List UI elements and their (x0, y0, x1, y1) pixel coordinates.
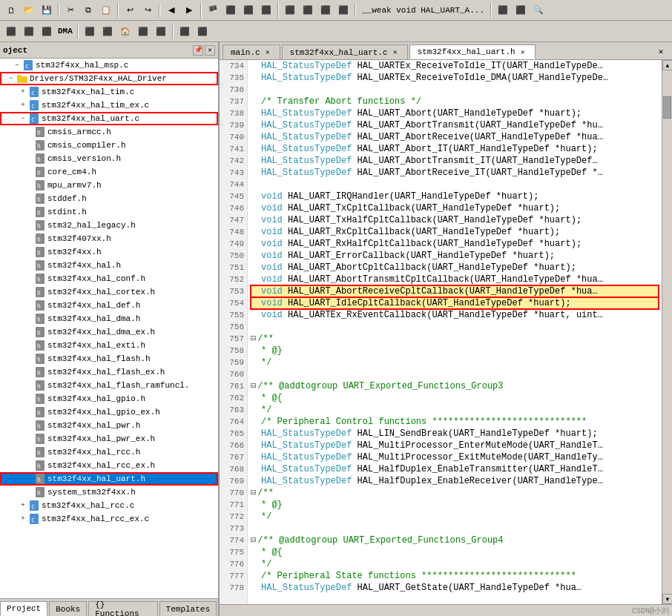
tree-toggle[interactable] (24, 354, 34, 364)
tree-item[interactable]: −cstm32f4xx_hal_msp.c (0, 59, 218, 72)
tree-toggle[interactable] (24, 193, 34, 204)
tree-item[interactable]: hstm32f4xx_hal_flash_ramfuncl. (0, 379, 218, 392)
tree-item[interactable]: hstm32f4xx_hal_gpio_ex.h (0, 405, 218, 419)
toolbar-btn2-4[interactable]: ⬛ (82, 23, 98, 39)
editor-tab-uart-c[interactable]: stm32f4xx_hal_uart.c ✕ (282, 44, 408, 59)
tree-toggle[interactable] (24, 447, 34, 457)
tree-toggle[interactable] (24, 434, 34, 444)
tab-project[interactable]: Project (0, 601, 47, 616)
tree-item[interactable]: hmpu_armv7.h (0, 179, 218, 192)
scroll-down[interactable]: ▼ (662, 594, 672, 604)
toolbar-btn-bm-next[interactable]: ⬛ (240, 2, 257, 19)
tree-toggle[interactable] (24, 394, 34, 404)
panel-close-btn[interactable]: ✕ (205, 45, 215, 56)
tree-toggle[interactable]: + (18, 87, 28, 97)
tab-books[interactable]: Books (49, 601, 87, 616)
toolbar-btn-save[interactable]: 💾 (39, 2, 55, 19)
toolbar-btn-search[interactable]: 🔍 (530, 2, 547, 19)
tree-toggle[interactable] (24, 420, 34, 431)
toolbar-btn-open[interactable]: 📂 (21, 2, 37, 19)
tree-toggle[interactable]: + (18, 514, 28, 524)
fold-marker[interactable]: ⊟ (251, 487, 256, 499)
tree-item[interactable]: hstm32f4xx_hal_cortex.h (0, 285, 218, 299)
tab-templates[interactable]: Templates (159, 601, 217, 616)
toolbar-btn-bm-prev[interactable]: ⬛ (223, 2, 239, 19)
tab-close-uart-c[interactable]: ✕ (391, 48, 400, 57)
toolbar-btn2-6[interactable]: 🏠 (117, 23, 134, 39)
tree-toggle[interactable] (24, 287, 34, 297)
tree-toggle[interactable]: − (12, 60, 22, 70)
tree-toggle[interactable] (24, 380, 34, 391)
tree-item[interactable]: +cstm32f4xx_hal_rcc.c (0, 499, 218, 512)
tree-toggle[interactable] (24, 487, 34, 497)
tree-toggle[interactable] (24, 314, 34, 324)
tree-item[interactable]: hstm32f4xx_hal_flash.h (0, 352, 218, 365)
tree-item[interactable]: hstm32f4xx_hal_rcc_ex.h (0, 459, 218, 472)
tree-toggle[interactable] (24, 460, 34, 471)
tree-item[interactable]: hstdint.h (0, 205, 218, 219)
fold-marker[interactable]: ⊟ (251, 380, 256, 392)
toolbar-btn-back[interactable]: ◀ (163, 2, 179, 19)
tree-item[interactable]: hstm32f4xx_hal_rcc.h (0, 446, 218, 459)
toolbar-btn-uncomment[interactable]: ⬛ (335, 2, 352, 19)
tree-item[interactable]: hstm32f4xx_hal_def.h (0, 299, 218, 312)
toolbar-btn-indent[interactable]: ⬛ (282, 2, 298, 19)
toolbar-btn-fwd[interactable]: ▶ (181, 2, 197, 19)
tree-toggle[interactable] (24, 127, 34, 137)
tree-item[interactable]: hstddef.h (0, 192, 218, 205)
tree-item[interactable]: hstm32_hal_legacy.h (0, 219, 218, 232)
fold-marker[interactable]: ⊟ (251, 534, 256, 546)
tree-item[interactable]: hstm32f407xx.h (0, 232, 218, 245)
tree-item[interactable]: hstm32f4xx_hal_dma.h (0, 312, 218, 325)
toolbar-btn2-5[interactable]: ⬛ (99, 23, 116, 39)
editor-close-btn[interactable]: ✕ (653, 43, 669, 59)
scroll-thumb[interactable] (663, 96, 671, 119)
tree-item[interactable]: hstm32f4xx_hal_uart.h (0, 472, 218, 486)
toolbar-btn-bookmark[interactable]: 🏴 (205, 2, 221, 19)
toolbar-btn-unindent[interactable]: ⬛ (300, 2, 316, 19)
toolbar-btn-undo[interactable]: ↩ (122, 2, 138, 19)
toolbar-btn-bm-clear[interactable]: ⬛ (258, 2, 274, 19)
toolbar-btn2-3[interactable]: ⬛ (39, 23, 55, 39)
tree-toggle[interactable]: − (18, 113, 28, 124)
toolbar-btn-cut[interactable]: ✂ (62, 2, 79, 19)
toolbar-btn2-1[interactable]: ⬛ (3, 23, 19, 39)
toolbar-btn2-7[interactable]: ⬛ (135, 23, 151, 39)
tree-item[interactable]: −cstm32f4xx_hal_uart.c (0, 112, 218, 125)
tree-toggle[interactable] (24, 474, 34, 484)
tree-item[interactable]: hstm32f4xx_hal_pwr.h (0, 419, 218, 432)
tree-toggle[interactable] (24, 407, 34, 417)
code-content[interactable]: HAL_StatusTypeDef HAL_UARTEx_ReceiveToId… (248, 60, 662, 604)
tree-toggle[interactable] (24, 274, 34, 284)
tree-toggle[interactable] (24, 367, 34, 377)
tree-item[interactable]: +cstm32f4xx_hal_tim_ex.c (0, 99, 218, 112)
tree-item[interactable]: hcore_cm4.h (0, 165, 218, 179)
tree-toggle[interactable]: + (18, 100, 28, 110)
tree-item[interactable]: hstm32f4xx_hal_gpio.h (0, 392, 218, 405)
editor-tab-main[interactable]: main.c ✕ (223, 44, 280, 59)
toolbar-btn-new[interactable]: 🗋 (3, 2, 19, 19)
toolbar-btn-redo[interactable]: ↪ (139, 2, 156, 19)
tree-toggle[interactable] (24, 180, 34, 191)
tree-toggle[interactable] (24, 247, 34, 257)
toolbar-btn2-8[interactable]: ⬛ (153, 23, 169, 39)
tree-toggle[interactable] (24, 207, 34, 217)
tree-item[interactable]: hstm32f4xx_hal_dma_ex.h (0, 325, 218, 339)
tree-item[interactable]: hstm32f4xx.h (0, 245, 218, 259)
tree-item[interactable]: −Drivers/STM32F4xx_HAL_Driver (0, 72, 218, 85)
toolbar-btn2-10[interactable]: ⬛ (194, 23, 211, 39)
tab-close-uart-h[interactable]: ✕ (518, 47, 527, 56)
tab-close-main[interactable]: ✕ (263, 48, 272, 57)
tree-toggle[interactable] (24, 167, 34, 177)
tree-item[interactable]: hstm32f4xx_hal_flash_ex.h (0, 365, 218, 379)
tree-toggle[interactable] (24, 140, 34, 150)
tree-toggle[interactable]: − (6, 73, 16, 84)
fold-marker[interactable]: ⊟ (251, 333, 256, 345)
tree-item[interactable]: hstm32f4xx_hal_conf.h (0, 272, 218, 285)
scroll-up[interactable]: ▲ (662, 60, 672, 70)
tree-item[interactable]: hstm32f4xx_hal_exti.h (0, 339, 218, 352)
tree-toggle[interactable] (24, 234, 34, 244)
toolbar-btn-debug1[interactable]: ⬛ (495, 2, 511, 19)
tree-item[interactable]: hstm32f4xx_hal.h (0, 259, 218, 272)
panel-pin-btn[interactable]: 📌 (193, 45, 203, 56)
